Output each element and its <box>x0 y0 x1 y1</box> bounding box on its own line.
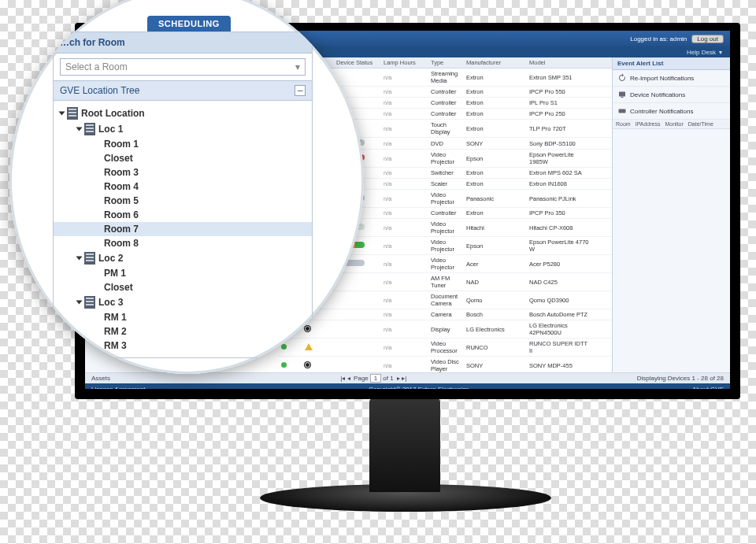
collapse-tree-button[interactable]: − <box>295 85 306 96</box>
device-model: Epson PowerLite 1985W <box>529 151 592 165</box>
power-dot <box>281 344 287 350</box>
tab-scheduling[interactable]: SCHEDULING <box>147 16 231 31</box>
device-model: RUNCO SUPER IDTT II <box>529 340 592 354</box>
device-mfr: Extron <box>466 209 529 216</box>
app-footer: License Agreement Copyright© 2017 Extron… <box>85 383 730 389</box>
tree-node[interactable]: Root Location <box>54 105 312 121</box>
footer-copyright: Copyright© 2017 Extron Electronics <box>369 386 469 390</box>
notif-controller[interactable]: Controller Notifications <box>613 103 730 120</box>
lamp-hours: n/a <box>384 74 431 81</box>
notif-reimport-label: Re-Import Notifications <box>630 75 694 82</box>
expand-icon <box>76 301 83 305</box>
device-mfr: Qomo <box>466 297 529 304</box>
room-select-placeholder: Select a Room <box>65 61 128 72</box>
device-model: Panasonic PJLink <box>529 195 592 202</box>
tree-node[interactable]: Room 7 <box>54 222 312 236</box>
col-mfr: Manufacturer <box>466 59 529 66</box>
device-mfr: SONY <box>466 362 529 369</box>
magnifier-overlay: SCHEDULING …ch for Room Select a Room ▾ … <box>9 0 364 374</box>
device-model: NAD C425 <box>529 279 592 286</box>
lamp-hours: n/a <box>384 88 431 95</box>
expand-icon <box>59 112 65 116</box>
logout-button[interactable]: Log out <box>691 35 724 43</box>
device-mfr: Bosch <box>466 311 529 318</box>
col-type: Type <box>431 59 466 66</box>
device-type: AM FM Tuner <box>431 275 466 289</box>
lamp-hours: n/a <box>384 311 431 318</box>
notif-device-label: Device Notifications <box>630 91 685 98</box>
eh-monitor: Monitor <box>665 121 683 127</box>
device-mfr: SONY <box>466 140 529 147</box>
alert-icon <box>305 343 313 350</box>
col-model: Model <box>529 59 592 66</box>
lamp-hours: n/a <box>384 362 431 369</box>
device-model: Acer P5280 <box>529 261 592 268</box>
power-dot <box>281 362 287 368</box>
event-alert-panel: Event Alert List Re-Import Notifications… <box>612 57 730 372</box>
device-type: Camera <box>431 311 466 318</box>
device-model: Extron IN1608 <box>529 180 592 187</box>
expand-icon <box>76 257 83 261</box>
refresh-icon <box>617 73 627 83</box>
tree-node[interactable]: Room 1 <box>54 137 312 151</box>
device-mfr: Extron <box>466 88 529 95</box>
device-mfr: Extron <box>466 169 529 176</box>
location-tree-title: GVE Location Tree <box>60 85 139 96</box>
status-bar: Assets |◂ ◂ Page 1 of 1 ▸ ▸| Displaying … <box>85 372 730 383</box>
lamp-hours: n/a <box>384 224 431 231</box>
device-type: Controller <box>431 209 466 216</box>
tree-node[interactable]: RM 1 <box>54 310 312 324</box>
eh-room: Room <box>616 121 631 127</box>
controller-icon <box>617 106 627 116</box>
lamp-hours: n/a <box>384 110 431 117</box>
tree-node[interactable]: Loc 1 <box>54 121 312 137</box>
tree-node[interactable]: Room 3 <box>54 165 312 179</box>
help-chevron-icon: ▾ <box>719 49 722 56</box>
col-status: Device Status <box>336 59 384 66</box>
device-row[interactable]: n/aCameraBoschBosch AutoDome PTZ <box>278 309 612 320</box>
notif-device[interactable]: Device Notifications <box>613 87 730 103</box>
tree-node[interactable]: Room 6 <box>54 208 312 222</box>
device-model: Extron MPS 602 SA <box>529 169 592 176</box>
notif-reimport[interactable]: Re-Import Notifications <box>613 70 730 87</box>
device-mfr: Extron <box>466 74 529 81</box>
device-type: Video Projector <box>431 191 466 205</box>
device-row[interactable]: n/aDisplayLG ElectronicsLG Electronics 4… <box>278 320 612 339</box>
device-model: Qomo QD3900 <box>529 297 592 304</box>
tree-node[interactable]: Room 8 <box>54 236 312 250</box>
device-row[interactable]: n/aVideo Disc PlayerSONYSONY MDP-455 <box>278 357 612 372</box>
device-icon <box>617 90 627 99</box>
device-type: Controller <box>431 99 466 106</box>
tree-node[interactable]: PM 1 <box>54 266 312 280</box>
monitor-stand-neck <box>369 398 440 492</box>
tree-node[interactable]: Room 4 <box>54 179 312 194</box>
status-assets: Assets <box>91 375 110 382</box>
lamp-hours: n/a <box>384 180 431 187</box>
lamp-hours: n/a <box>384 242 431 250</box>
device-row[interactable]: n/aVideo ProcessorRUNCORUNCO SUPER IDTT … <box>278 339 612 357</box>
notif-controller-label: Controller Notifications <box>630 108 693 115</box>
building-icon <box>84 252 95 265</box>
device-mfr: Epson <box>466 155 529 162</box>
tree-node[interactable]: Closet <box>54 280 312 294</box>
device-model: LG Electronics 42PN4500U <box>529 322 592 336</box>
tree-node[interactable]: RM 2 <box>54 324 312 339</box>
footer-about-link[interactable]: About GVE <box>692 386 724 390</box>
svg-rect-0 <box>619 92 625 97</box>
lamp-hours: n/a <box>384 279 431 286</box>
tree-node[interactable]: Closet <box>54 151 312 165</box>
room-select[interactable]: Select a Room ▾ <box>60 58 306 76</box>
tree-node[interactable]: Room 5 <box>54 194 312 208</box>
lamp-hours: n/a <box>384 326 431 333</box>
tree-node[interactable]: Loc 3 <box>54 294 312 310</box>
device-type: Video Disc Player <box>431 358 466 372</box>
chevron-down-icon: ▾ <box>295 61 300 72</box>
device-model: Sony BDP-S5100 <box>529 140 592 147</box>
status-pager[interactable]: |◂ ◂ Page 1 of 1 ▸ ▸| <box>340 374 406 383</box>
device-mfr: Extron <box>466 125 529 132</box>
help-desk-link[interactable]: Help Desk <box>687 49 716 56</box>
eh-datetime: Date/Time <box>688 121 713 127</box>
tree-node[interactable]: Loc 2 <box>54 250 312 266</box>
footer-license-link[interactable]: License Agreement <box>91 386 146 390</box>
lamp-hours: n/a <box>384 297 431 304</box>
